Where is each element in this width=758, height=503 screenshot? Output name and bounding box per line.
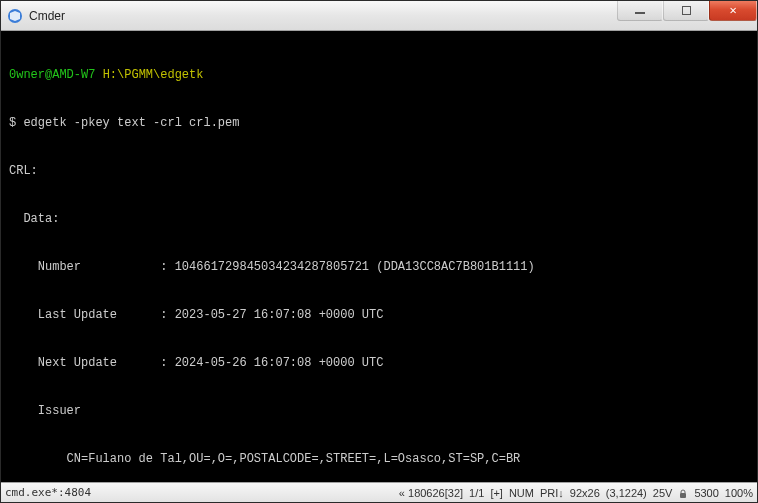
titlebar[interactable]: Cmder ✕ — [1, 1, 757, 31]
status-mem: 5300 — [694, 487, 718, 499]
output-line: Next Update : 2024-05-26 16:07:08 +0000 … — [9, 355, 749, 371]
app-window: Cmder ✕ 0wner@AMD-W7 H:\PGMM\edgetk $ ed… — [0, 0, 758, 503]
status-cursor: (3,1224) — [606, 487, 647, 499]
lock-icon — [678, 486, 688, 498]
svg-rect-1 — [680, 493, 686, 498]
status-encoding: « 180626[32] — [399, 487, 463, 499]
output-line: Number : 104661729845034234287805721 (DD… — [9, 259, 749, 275]
output-line: Issuer — [9, 403, 749, 419]
status-pri: PRI↓ — [540, 487, 564, 499]
minimize-button[interactable] — [617, 1, 663, 21]
status-pos: [+] — [490, 487, 503, 499]
window-controls: ✕ — [617, 1, 757, 30]
status-process[interactable]: cmd.exe*:4804 — [5, 486, 91, 499]
prompt-user: 0wner@AMD-W7 — [9, 68, 95, 82]
status-size: 92x26 — [570, 487, 600, 499]
status-v: 25V — [653, 487, 673, 499]
statusbar: cmd.exe*:4804 « 180626[32] 1/1 [+] NUM P… — [1, 482, 757, 502]
window-title: Cmder — [29, 9, 617, 23]
output-line: CN=Fulano de Tal,OU=,O=,POSTALCODE=,STRE… — [9, 451, 749, 467]
status-lines: 1/1 — [469, 487, 484, 499]
maximize-button[interactable] — [663, 1, 709, 21]
status-pct: 100% — [725, 487, 753, 499]
close-button[interactable]: ✕ — [709, 1, 757, 21]
output-line: Last Update : 2023-05-27 16:07:08 +0000 … — [9, 307, 749, 323]
prompt-path: H:\PGMM\edgetk — [103, 68, 204, 82]
app-icon — [7, 8, 23, 24]
output-line: Data: — [9, 211, 749, 227]
output-line: CRL: — [9, 163, 749, 179]
terminal-area[interactable]: 0wner@AMD-W7 H:\PGMM\edgetk $ edgetk -pk… — [1, 31, 757, 482]
status-num: NUM — [509, 487, 534, 499]
command-text: edgetk -pkey text -crl crl.pem — [23, 116, 239, 130]
prompt-symbol: $ — [9, 116, 23, 130]
